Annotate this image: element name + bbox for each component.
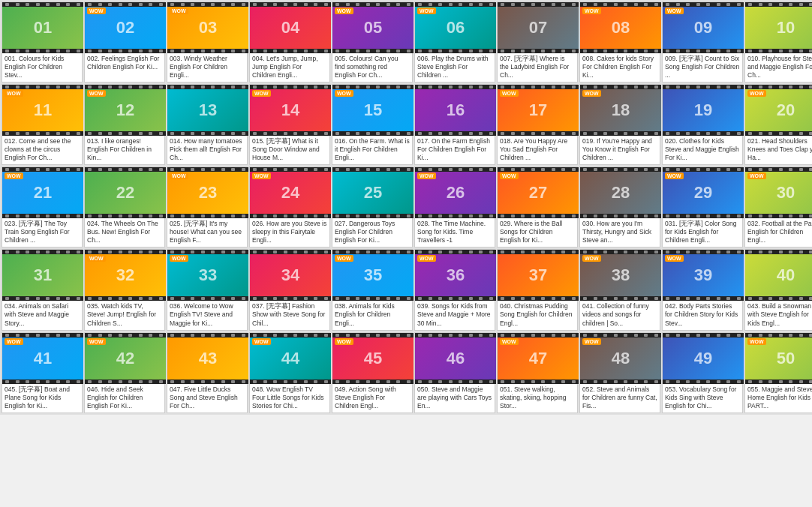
wow-badge: WOW xyxy=(500,338,519,345)
video-label: 029. Where is the Ball Songs for Childre… xyxy=(498,218,577,247)
video-label: 013. I like oranges! English For Childre… xyxy=(85,136,164,164)
video-item[interactable]: 49053. Vocabulary Song for Kids Sing wit… xyxy=(662,332,743,413)
video-item[interactable]: WOW26028. The Time Machine. Song for Kid… xyxy=(414,166,495,248)
wow-badge: WOW xyxy=(747,90,766,97)
video-item[interactable]: WOW03003. Windy Weather English For Chil… xyxy=(167,2,248,82)
video-item[interactable]: WOW27029. Where is the Ball Songs for Ch… xyxy=(497,166,578,248)
video-item[interactable]: 01001. Colours for Kids English For Chil… xyxy=(2,2,83,82)
video-item[interactable]: WOW41045. [无字幕] Boat and Plane Song for … xyxy=(2,332,83,413)
wow-badge: WOW xyxy=(417,172,436,179)
video-label: 014. How many tomatoes Pick them all! En… xyxy=(167,136,247,164)
video-label: 039. Songs for Kids from Steve and Maggi… xyxy=(415,301,495,329)
video-item[interactable]: WOW30032. Football at the Park English f… xyxy=(744,166,812,248)
wow-badge: WOW xyxy=(5,172,23,179)
video-label: 050. Steve and Maggie are playing with C… xyxy=(415,384,495,412)
video-label: 041. Collection of funny videos and song… xyxy=(580,301,660,329)
wow-badge: WOW xyxy=(335,255,353,262)
wow-badge: WOW xyxy=(582,90,601,97)
video-item[interactable]: WOW11012. Come and see the clowns at the… xyxy=(2,84,83,165)
video-item[interactable]: WOW17018. Are You Happy Are You Sad Engl… xyxy=(497,84,578,165)
video-item[interactable]: WOW50055. Maggie and Steve at Home Engli… xyxy=(744,332,812,413)
video-item[interactable]: WOW02002. Feelings English For Children … xyxy=(84,2,165,82)
video-label: 010. Playhouse for Steve and Maggie Engl… xyxy=(745,53,812,82)
video-label: 028. The Time Machine. Song for Kids. Ti… xyxy=(415,218,495,247)
video-item[interactable]: WOW20021. Head Shoulders Knees and Toes … xyxy=(744,84,812,165)
video-label: 030. How are you I'm Thirsty, Hungry and… xyxy=(580,218,660,247)
video-item[interactable]: 13014. How many tomatoes Pick them all! … xyxy=(167,84,248,165)
wow-badge: WOW xyxy=(582,8,601,14)
video-item[interactable]: WOW06006. Play the Drums with Steve Engl… xyxy=(414,2,495,82)
video-label: 001. Colours for Kids English For Childr… xyxy=(2,53,82,82)
video-item[interactable]: 37040. Christmas Pudding Song English fo… xyxy=(497,249,578,330)
video-label: 049. Action Song with Steve English For … xyxy=(332,384,412,412)
wow-badge: WOW xyxy=(87,90,106,97)
wow-badge: WOW xyxy=(335,90,353,97)
video-label: 015. [无字幕] What is it Song Door Window a… xyxy=(250,136,329,164)
video-item[interactable]: WOW08008. Cakes for kids Story For Child… xyxy=(579,2,660,82)
video-label: 045. [无字幕] Boat and Plane Song for Kids … xyxy=(2,384,82,412)
video-item[interactable]: WOW45049. Action Song with Steve English… xyxy=(332,332,413,413)
video-label: 037. [无字幕] Fashion Show with Steve Song … xyxy=(250,301,329,329)
video-label: 019. If You're Happy and You Know it Eng… xyxy=(580,136,660,164)
video-label: 034. Animals on Safari with Steve and Ma… xyxy=(2,301,82,329)
video-item[interactable]: WOW38041. Collection of funny videos and… xyxy=(579,249,660,330)
video-label: 004. Let's Jump, Jump, Jump English For … xyxy=(250,53,329,82)
video-item[interactable]: 19020. Clothes for Kids Steve and Maggie… xyxy=(662,84,743,165)
video-item[interactable]: 22024. The Wheels On The Bus. New! Engli… xyxy=(84,166,165,248)
video-item[interactable]: 28030. How are you I'm Thirsty, Hungry a… xyxy=(579,166,660,248)
wow-badge: WOW xyxy=(665,172,684,179)
video-item[interactable]: WOW05005. Colours! Can you find somethin… xyxy=(332,2,413,82)
video-label: 016. On the Farm. What is it English For… xyxy=(332,136,412,164)
video-item[interactable]: WOW14015. [无字幕] What is it Song Door Win… xyxy=(249,84,330,165)
video-item[interactable]: 34037. [无字幕] Fashion Show with Steve Son… xyxy=(249,249,330,330)
video-item[interactable]: 31034. Animals on Safari with Steve and … xyxy=(2,249,83,330)
video-item[interactable]: WOW12013. I like oranges! English For Ch… xyxy=(84,84,165,165)
video-item[interactable]: WOW39042. Body Parts Stories for Childre… xyxy=(662,249,743,330)
video-item[interactable]: 10010. Playhouse for Steve and Maggie En… xyxy=(744,2,812,82)
wow-badge: WOW xyxy=(252,338,271,345)
wow-badge: WOW xyxy=(500,172,519,179)
video-label: 026. How are you Steve is sleepy in this… xyxy=(250,218,329,247)
video-item[interactable]: WOW21023. [无字幕] The Toy Train Song Engli… xyxy=(2,166,83,248)
video-item[interactable]: WOW47051. Steve walking, skating, skiing… xyxy=(497,332,578,413)
wow-badge: WOW xyxy=(5,338,23,345)
video-item[interactable]: 16017. On the Farm English For Children … xyxy=(414,84,495,165)
video-item[interactable]: WOW36039. Songs for Kids from Steve and … xyxy=(414,249,495,330)
video-item[interactable]: WOW42046. Hide and Seek English for Chil… xyxy=(84,332,165,413)
video-item[interactable]: 43047. Five Little Ducks Song and Steve … xyxy=(167,332,248,413)
video-item[interactable]: WOW18019. If You're Happy and You Know i… xyxy=(579,84,660,165)
video-item[interactable]: WOW44048. Wow English TV Four Little Son… xyxy=(249,332,330,413)
video-item[interactable]: WOW32035. Watch kids TV, Steve! Jump! En… xyxy=(84,249,165,330)
video-item[interactable]: WOW15016. On the Farm. What is it Englis… xyxy=(332,84,413,165)
video-label: 052. Steve and Animals for Children are … xyxy=(580,384,660,412)
wow-badge: WOW xyxy=(417,8,436,14)
wow-badge: WOW xyxy=(500,90,519,97)
video-item[interactable]: WOW35038. Animals for Kids English for C… xyxy=(332,249,413,330)
video-label: 040. Christmas Pudding Song English for … xyxy=(498,301,577,329)
video-label: 053. Vocabulary Song for Kids Sing with … xyxy=(663,384,742,412)
wow-badge: WOW xyxy=(252,90,271,97)
video-item[interactable]: 46050. Steve and Maggie are playing with… xyxy=(414,332,495,413)
video-item[interactable]: 07007. [无字幕] Where is the Ladybird Engli… xyxy=(497,2,578,82)
video-item[interactable]: 04004. Let's Jump, Jump, Jump English Fo… xyxy=(249,2,330,82)
video-label: 035. Watch kids TV, Steve! Jump! English… xyxy=(85,301,164,329)
video-label: 047. Five Little Ducks Song and Steve En… xyxy=(167,384,247,412)
video-item[interactable]: 25027. Dangerous Toys English For Childr… xyxy=(332,166,413,248)
video-label: 008. Cakes for kids Story For Children E… xyxy=(580,53,660,82)
video-item[interactable]: WOW48052. Steve and Animals for Children… xyxy=(579,332,660,413)
video-label: 020. Clothes for Kids Steve and Maggie E… xyxy=(663,136,742,164)
video-item[interactable]: WOW09009. [无字幕] Count to Six Song Englis… xyxy=(662,2,743,82)
video-item[interactable]: 40043. Build a Snowman with Steve Englis… xyxy=(744,249,812,330)
wow-badge: WOW xyxy=(87,255,106,262)
video-label: 025. [无字幕] It's my house! What can you s… xyxy=(167,218,247,247)
video-grid: 01001. Colours for Kids English For Chil… xyxy=(0,0,812,415)
video-label: 007. [无字幕] Where is the Ladybird English… xyxy=(498,53,577,82)
video-item[interactable]: WOW23025. [无字幕] It's my house! What can … xyxy=(167,166,248,248)
video-item[interactable]: WOW24026. How are you Steve is sleepy in… xyxy=(249,166,330,248)
video-label: 038. Animals for Kids English for Childr… xyxy=(332,301,412,329)
video-label: 031. [无字幕] Color Song for Kids English f… xyxy=(663,218,742,247)
wow-badge: WOW xyxy=(417,255,436,262)
video-item[interactable]: WOW33036. Welcome to Wow English TV! Ste… xyxy=(167,249,248,330)
wow-badge: WOW xyxy=(87,8,106,14)
video-item[interactable]: WOW29031. [无字幕] Color Song for Kids Engl… xyxy=(662,166,743,248)
